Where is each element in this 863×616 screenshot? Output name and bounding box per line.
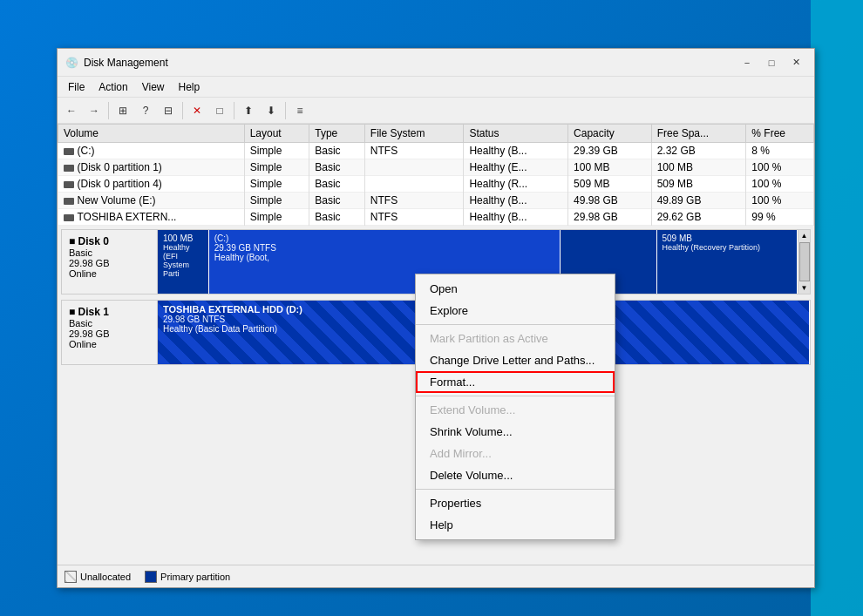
col-type[interactable]: Type bbox=[309, 125, 365, 143]
toolbar-sep-1 bbox=[108, 102, 109, 119]
legend-primary-box bbox=[145, 571, 157, 583]
col-free[interactable]: Free Spa... bbox=[651, 125, 746, 143]
context-menu-item-delete-volume---[interactable]: Delete Volume... bbox=[416, 464, 615, 486]
toolbar-grid[interactable]: ⊞ bbox=[112, 100, 133, 121]
part2-health: Healthy (Boot, bbox=[214, 253, 555, 262]
toolbar-back[interactable]: ← bbox=[61, 100, 82, 121]
close-button[interactable]: ✕ bbox=[785, 54, 807, 71]
part4-size: 509 MB bbox=[663, 234, 792, 243]
cell-pct: 100 % bbox=[746, 159, 814, 176]
volume-table-area: Volume Layout Type File System Status Ca… bbox=[58, 124, 814, 226]
toolbar-sep-4 bbox=[285, 102, 286, 119]
table-row[interactable]: New Volume (E:) Simple Basic NTFS Health… bbox=[58, 193, 814, 209]
context-menu-item-extend-volume---: Extend Volume... bbox=[416, 399, 615, 421]
cell-fs: NTFS bbox=[364, 143, 464, 159]
toolbar-minus[interactable]: ⊟ bbox=[158, 100, 179, 121]
cell-fs bbox=[364, 176, 464, 193]
col-volume[interactable]: Volume bbox=[58, 125, 245, 143]
disk1-type: Basic bbox=[69, 318, 150, 328]
context-menu-item-format---[interactable]: Format... bbox=[416, 371, 615, 393]
toolbar-forward[interactable]: → bbox=[84, 100, 105, 121]
cell-fs: NTFS bbox=[364, 193, 464, 209]
scroll-thumb[interactable] bbox=[799, 242, 810, 281]
disk0-part1[interactable]: 100 MB Healthy (EFI System Parti bbox=[158, 230, 209, 294]
menu-action[interactable]: Action bbox=[92, 79, 134, 95]
cell-capacity: 29.98 GB bbox=[568, 209, 652, 226]
cell-volume: (C:) bbox=[58, 143, 245, 159]
cell-pct: 8 % bbox=[746, 143, 814, 159]
toolbar-down[interactable]: ⬇ bbox=[261, 100, 282, 121]
context-menu-item-shrink-volume---[interactable]: Shrink Volume... bbox=[416, 421, 615, 443]
cell-layout: Simple bbox=[244, 209, 309, 226]
disk1-status: Online bbox=[69, 339, 150, 349]
col-fs[interactable]: File System bbox=[364, 125, 464, 143]
menu-bar: File Action View Help bbox=[58, 77, 814, 98]
disk-management-window: 💿 Disk Management − □ ✕ File Action View… bbox=[57, 48, 815, 588]
cell-free: 2.32 GB bbox=[651, 143, 746, 159]
disk-icon: ■ bbox=[69, 235, 75, 247]
disk0-size: 29.98 GB bbox=[69, 258, 150, 268]
cell-capacity: 509 MB bbox=[568, 176, 652, 193]
cell-layout: Simple bbox=[244, 193, 309, 209]
cell-type: Basic bbox=[309, 159, 365, 176]
table-row[interactable]: (C:) Simple Basic NTFS Healthy (B... 29.… bbox=[58, 143, 814, 159]
scroll-up[interactable]: ▲ bbox=[799, 230, 810, 241]
toolbar-square[interactable]: □ bbox=[209, 100, 230, 121]
menu-file[interactable]: File bbox=[61, 79, 92, 95]
toolbar-sep-2 bbox=[182, 102, 183, 119]
cell-status: Healthy (B... bbox=[464, 193, 568, 209]
cell-layout: Simple bbox=[244, 143, 309, 159]
toolbar-menu[interactable]: ≡ bbox=[289, 100, 310, 121]
context-menu-item-open[interactable]: Open bbox=[416, 278, 615, 300]
cell-status: Healthy (R... bbox=[464, 176, 568, 193]
toolbar: ← → ⊞ ? ⊟ ✕ □ ⬆ ⬇ ≡ bbox=[58, 98, 814, 124]
toolbar-up[interactable]: ⬆ bbox=[238, 100, 259, 121]
minimize-button[interactable]: − bbox=[736, 54, 758, 71]
cell-fs: NTFS bbox=[364, 209, 464, 226]
cell-free: 509 MB bbox=[651, 176, 746, 193]
part2-label: (C:) bbox=[214, 234, 555, 243]
cell-pct: 100 % bbox=[746, 176, 814, 193]
volume-table: Volume Layout Type File System Status Ca… bbox=[58, 124, 814, 226]
menu-help[interactable]: Help bbox=[172, 79, 207, 95]
cell-capacity: 100 MB bbox=[568, 159, 652, 176]
legend-primary-label: Primary partition bbox=[160, 572, 230, 582]
desktop-right-panel bbox=[811, 0, 863, 616]
table-row[interactable]: TOSHIBA EXTERN... Simple Basic NTFS Heal… bbox=[58, 209, 814, 226]
context-menu-item-properties[interactable]: Properties bbox=[416, 492, 615, 514]
cell-volume: (Disk 0 partition 1) bbox=[58, 159, 245, 176]
cell-type: Basic bbox=[309, 176, 365, 193]
legend-primary: Primary partition bbox=[145, 571, 230, 583]
toolbar-delete[interactable]: ✕ bbox=[187, 100, 207, 121]
context-menu-separator bbox=[416, 489, 615, 490]
col-layout[interactable]: Layout bbox=[244, 125, 309, 143]
toolbar-help[interactable]: ? bbox=[135, 100, 156, 121]
cell-volume: (Disk 0 partition 4) bbox=[58, 176, 245, 193]
col-pct[interactable]: % Free bbox=[746, 125, 814, 143]
cell-type: Basic bbox=[309, 143, 365, 159]
cell-free: 100 MB bbox=[651, 159, 746, 176]
menu-view[interactable]: View bbox=[135, 79, 172, 95]
window-title: Disk Management bbox=[84, 57, 736, 69]
maximize-button[interactable]: □ bbox=[760, 54, 783, 71]
context-menu-separator bbox=[416, 324, 615, 325]
cell-pct: 100 % bbox=[746, 193, 814, 209]
disk1-icon: ■ bbox=[69, 306, 75, 318]
legend-unallocated: Unallocated bbox=[65, 571, 131, 583]
cell-layout: Simple bbox=[244, 176, 309, 193]
context-menu-item-explore[interactable]: Explore bbox=[416, 300, 615, 322]
legend-unallocated-label: Unallocated bbox=[80, 572, 131, 582]
col-capacity[interactable]: Capacity bbox=[568, 125, 652, 143]
scrollbar[interactable]: ▲ ▼ bbox=[798, 230, 810, 294]
table-row[interactable]: (Disk 0 partition 4) Simple Basic Health… bbox=[58, 176, 814, 193]
cell-fs bbox=[364, 159, 464, 176]
part2-size: 29.39 GB NTFS bbox=[214, 243, 555, 253]
context-menu-item-help[interactable]: Help bbox=[416, 514, 615, 536]
table-row[interactable]: (Disk 0 partition 1) Simple Basic Health… bbox=[58, 159, 814, 176]
context-menu: OpenExploreMark Partition as ActiveChang… bbox=[415, 274, 615, 540]
context-menu-item-change-drive-letter-and-paths---[interactable]: Change Drive Letter and Paths... bbox=[416, 349, 615, 371]
scroll-down[interactable]: ▼ bbox=[799, 282, 810, 294]
disk0-part4[interactable]: 509 MB Healthy (Recovery Partition) bbox=[657, 230, 798, 294]
col-status[interactable]: Status bbox=[464, 125, 568, 143]
disk1-size: 29.98 GB bbox=[69, 328, 150, 339]
